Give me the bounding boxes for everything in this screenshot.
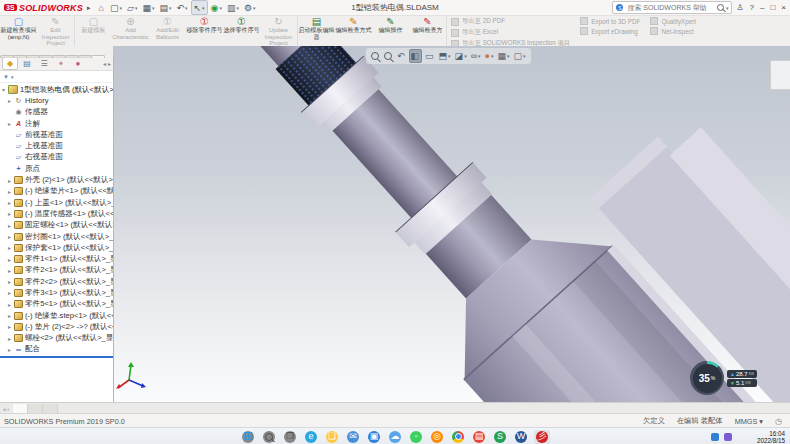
word-icon[interactable]: W <box>513 430 529 444</box>
tree-item[interactable]: ▸ (-) 垫片 (2)<2> ->? (默认<<默认> <box>0 321 113 332</box>
edit-appearance-button[interactable]: ● ▾ <box>484 50 495 62</box>
tray-blue-app-icon[interactable] <box>711 433 719 441</box>
chrome-icon[interactable] <box>450 430 466 444</box>
command-tab[interactable] <box>78 55 92 58</box>
green-s-app-icon[interactable]: S <box>492 430 508 444</box>
thermocouple-3d-model[interactable] <box>113 46 790 402</box>
update-inspection-project-button[interactable]: ↻ Update Inspection Project <box>260 15 297 46</box>
onedrive-icon[interactable]: ☁ <box>387 430 403 444</box>
tree-filter-row[interactable]: ▼ ▾ <box>0 71 113 83</box>
new-inspection-project-button[interactable]: ▢ 新建检查项目 (amp;N) <box>0 15 37 46</box>
dropdown-caret-icon[interactable]: ▾ <box>523 53 526 59</box>
dropdown-caret-icon[interactable]: ▾ <box>219 5 222 11</box>
tree-item[interactable]: ▸ History <box>0 95 113 106</box>
tree-item[interactable]: ▸ 密封圈<1> (默认<<默认>_显示状 <box>0 231 113 242</box>
minimize-button[interactable]: – <box>760 3 764 12</box>
dropdown-caret-icon[interactable]: ▾ <box>236 5 239 11</box>
tree-item[interactable]: ▸ 零件3<1> (默认<<默认>_显示状 <box>0 287 113 298</box>
search-input[interactable] <box>625 3 714 12</box>
tree-item[interactable]: 上视基准面 <box>0 140 113 151</box>
export-menu-item[interactable]: 导出至 2D PDF <box>451 17 570 26</box>
command-tab[interactable] <box>65 55 79 58</box>
edit-inspection-method-button[interactable]: ✎ 编辑检查方式 <box>335 15 372 46</box>
dropdown-caret-icon[interactable]: ▾ <box>135 5 138 11</box>
tree-item[interactable]: ▸ 零件1<1> (默认<<默认>_显示状态 <box>0 253 113 264</box>
undo-button[interactable]: ↶ ▾ <box>174 1 189 14</box>
solidworks-taskbar-icon[interactable]: 彡 <box>534 430 550 444</box>
status-clock-icon[interactable]: ◷ <box>775 417 782 426</box>
document-tab[interactable] <box>13 404 28 414</box>
close-button[interactable]: × <box>781 3 786 12</box>
command-tab[interactable] <box>91 55 105 58</box>
graphics-viewport[interactable]: ↶ ◧ ▭ ⬒ ▾ ◪ ▾ ∞ ▾ ● <box>113 46 790 402</box>
tree-item[interactable]: ▸ 外壳 (2)<1> (默认<<默认>_显示状 <box>0 174 113 185</box>
file-explorer-icon[interactable]: ❏ <box>324 430 340 444</box>
status-item[interactable]: MMGS ▾ <box>735 417 763 426</box>
tree-item[interactable]: 原点 <box>0 163 113 174</box>
status-item[interactable]: 欠定义 <box>643 416 665 426</box>
status-item[interactable]: 在编辑 装配体 <box>677 416 723 426</box>
search-icon[interactable] <box>717 4 724 11</box>
tab-featuremanager[interactable]: ◆ <box>2 57 18 70</box>
panel-scroll-left-icon[interactable]: ◂ <box>103 60 106 67</box>
tree-item[interactable]: ▸ (-) 上盖<1> (默认<<默认>_显示状 <box>0 197 113 208</box>
tree-item[interactable]: 传感器 <box>0 107 113 118</box>
tree-item[interactable]: ▸ (-) 绝缘垫片<1> (默认<<默认>_显 <box>0 186 113 197</box>
tree-item[interactable]: ▸ 固定螺栓<1> (默认<<默认>_显示 <box>0 220 113 231</box>
taskbar-clock[interactable]: 16:04 2022/8/15 <box>757 430 785 444</box>
command-tab[interactable] <box>39 55 53 58</box>
dropdown-caret-icon[interactable]: ▾ <box>152 5 155 11</box>
tab-displaymanager[interactable]: ● <box>70 57 86 70</box>
command-tab[interactable] <box>52 55 66 58</box>
display-style-button[interactable]: ◪ ▾ <box>454 50 468 62</box>
dropdown-caret-icon[interactable]: ▾ <box>464 53 467 59</box>
view-orientation-button[interactable]: ⬒ ▾ <box>438 50 452 62</box>
dropdown-caret-icon[interactable]: ▾ <box>478 53 481 59</box>
document-tab[interactable] <box>43 404 58 414</box>
export-menu-item[interactable]: Net-Inspect <box>650 27 696 35</box>
search-caret-icon[interactable]: ▾ <box>726 5 729 11</box>
mail-icon[interactable]: ✉ <box>345 430 361 444</box>
restore-button[interactable]: □ <box>770 3 775 12</box>
tab-scroll-arrows[interactable]: «‹ <box>0 406 13 412</box>
tab-propertymanager[interactable]: ▤ <box>19 57 35 70</box>
export-menu-item[interactable]: Export to 3D PDF <box>580 17 640 25</box>
command-tab[interactable] <box>13 55 27 58</box>
edit-operation-button[interactable]: ✎ 编辑操作 <box>372 15 409 46</box>
zoom-area-button[interactable] <box>383 50 394 62</box>
tree-item[interactable]: ▸ 保护套<1> (默认<<默认>_显示状 <box>0 242 113 253</box>
menu-flyout-arrow-icon[interactable]: ▸ <box>87 4 91 12</box>
tray-purple-app-icon[interactable] <box>724 433 732 441</box>
search-button[interactable] <box>261 430 277 444</box>
search-box[interactable]: S ▾ <box>612 1 732 14</box>
apply-scene-button[interactable]: ▦ ▾ <box>497 50 511 62</box>
tree-item[interactable]: ▸ 螺栓<2> (默认<<默认>_显示状态 <box>0 333 113 344</box>
dropdown-caret-icon[interactable]: ▾ <box>119 5 122 11</box>
start-button[interactable]: ⊞ <box>240 430 256 444</box>
select-balloon-button[interactable]: ① 选择零件序号 <box>223 15 260 46</box>
edge-browser-icon[interactable]: e <box>303 430 319 444</box>
remove-balloon-button[interactable]: ① 移除零件序号 <box>186 15 223 46</box>
dropdown-caret-icon[interactable]: ▾ <box>202 5 205 11</box>
open-file-button[interactable]: ▱ ▾ <box>125 1 139 14</box>
task-view-button[interactable]: ❐ <box>282 430 298 444</box>
file-properties-button[interactable]: ▥ ▾ <box>225 1 241 14</box>
tree-item[interactable]: ▸ (-) 温度传感器<1> (默认<<默认>_ <box>0 208 113 219</box>
tree-item[interactable]: 前视基准面 <box>0 129 113 140</box>
help-button[interactable]: ? <box>750 3 754 12</box>
view-settings-button[interactable]: ▢ ▾ <box>513 50 527 62</box>
rebuild-button[interactable]: ◉ ▾ <box>209 1 224 14</box>
launch-template-editor-button[interactable]: ▤ 启动模板编辑器 <box>297 15 335 46</box>
home-button[interactable]: ⌂ <box>96 1 106 14</box>
tree-item[interactable]: 右视基准面 <box>0 152 113 163</box>
export-menu-item[interactable]: 导出至 SOLIDWORKS Inspection 项目 <box>451 39 570 46</box>
tree-item[interactable]: ▸ (-) 绝缘垫.step<1> (默认<<默认> <box>0 310 113 321</box>
filter-caret-icon[interactable]: ▾ <box>11 74 14 80</box>
dropdown-caret-icon[interactable]: ▾ <box>169 5 172 11</box>
red-notes-app-icon[interactable]: ▤ <box>471 430 487 444</box>
store-icon[interactable]: ▣ <box>366 430 382 444</box>
login-button[interactable]: ♙ <box>736 3 743 12</box>
print-button[interactable]: ▤ ▾ <box>157 1 173 14</box>
edit-inspection-project-button[interactable]: ✎ Edit Inspection Project <box>37 15 74 46</box>
hide-show-items-button[interactable]: ∞ ▾ <box>470 50 482 62</box>
